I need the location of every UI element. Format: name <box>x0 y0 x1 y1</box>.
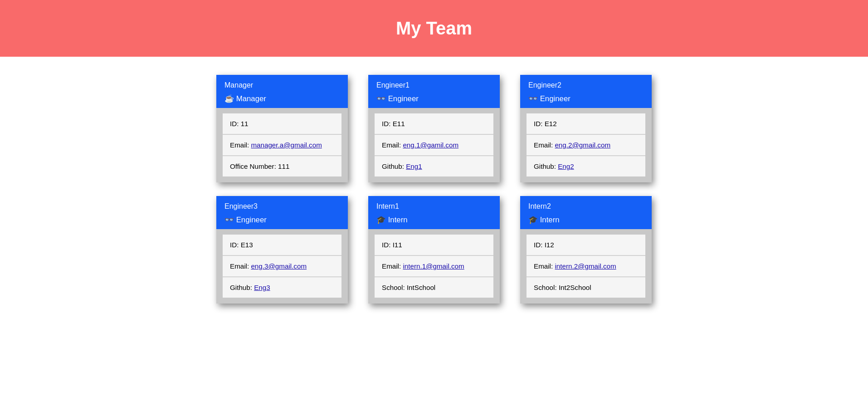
card-field-engineer2-0: ID: E12 <box>527 113 645 134</box>
card-field-engineer3-0: ID: E13 <box>223 235 341 255</box>
card-field-intern2-0: ID: I12 <box>527 235 645 255</box>
card-field-engineer2-2: Github: Eng2 <box>527 156 645 176</box>
card-field-intern2-2: School: Int2School <box>527 277 645 298</box>
card-engineer3: Engineer3👓 EngineerID: E13Email: eng.3@g… <box>216 196 348 304</box>
card-role-engineer1: 👓 Engineer <box>376 94 492 103</box>
card-name-intern2: Intern2 <box>528 202 644 211</box>
card-body-engineer3: ID: E13Email: eng.3@gmail.comGithub: Eng… <box>216 229 348 304</box>
card-name-engineer1: Engineer1 <box>376 81 492 89</box>
email-link-intern2[interactable]: intern.2@gmail.com <box>555 262 616 270</box>
email-link-engineer3[interactable]: eng.3@gmail.com <box>251 262 307 270</box>
email-link-manager[interactable]: manager.a@gmail.com <box>251 141 322 149</box>
card-field-manager-2: Office Number: 111 <box>223 156 341 176</box>
page-header: My Team <box>0 0 868 57</box>
card-role-intern2: 🎓 Intern <box>528 215 644 225</box>
card-role-intern1: 🎓 Intern <box>376 215 492 225</box>
card-field-engineer1-1: Email: eng.1@gamil.com <box>375 135 493 156</box>
card-body-manager: ID: 11Email: manager.a@gmail.comOffice N… <box>216 108 348 182</box>
card-role-manager: ☕ Manager <box>224 94 340 103</box>
card-manager: Manager☕ ManagerID: 11Email: manager.a@g… <box>216 75 348 182</box>
card-header-intern2: Intern2🎓 Intern <box>520 196 652 229</box>
cards-container: Manager☕ ManagerID: 11Email: manager.a@g… <box>207 75 661 304</box>
card-engineer2: Engineer2👓 EngineerID: E12Email: eng.2@g… <box>520 75 652 182</box>
card-name-manager: Manager <box>224 81 340 89</box>
card-body-engineer1: ID: E11Email: eng.1@gamil.comGithub: Eng… <box>368 108 500 182</box>
page-title: My Team <box>9 18 859 39</box>
card-field-engineer1-0: ID: E11 <box>375 113 493 134</box>
card-body-intern1: ID: I11Email: intern.1@gmail.comSchool: … <box>368 229 500 304</box>
card-body-intern2: ID: I12Email: intern.2@gmail.comSchool: … <box>520 229 652 304</box>
card-engineer1: Engineer1👓 EngineerID: E11Email: eng.1@g… <box>368 75 500 182</box>
card-field-intern1-0: ID: I11 <box>375 235 493 255</box>
card-field-manager-1: Email: manager.a@gmail.com <box>223 135 341 156</box>
card-intern1: Intern1🎓 InternID: I11Email: intern.1@gm… <box>368 196 500 304</box>
card-header-manager: Manager☕ Manager <box>216 75 348 108</box>
card-role-engineer3: 👓 Engineer <box>224 215 340 225</box>
card-field-engineer2-1: Email: eng.2@gmail.com <box>527 135 645 156</box>
github-link-engineer2[interactable]: Eng2 <box>558 162 574 170</box>
card-field-engineer1-2: Github: Eng1 <box>375 156 493 176</box>
email-link-engineer1[interactable]: eng.1@gamil.com <box>403 141 458 149</box>
card-field-manager-0: ID: 11 <box>223 113 341 134</box>
card-field-intern1-2: School: IntSchool <box>375 277 493 298</box>
card-field-intern1-1: Email: intern.1@gmail.com <box>375 256 493 277</box>
email-link-engineer2[interactable]: eng.2@gmail.com <box>555 141 610 149</box>
email-link-intern1[interactable]: intern.1@gmail.com <box>403 262 464 270</box>
card-field-engineer3-1: Email: eng.3@gmail.com <box>223 256 341 277</box>
card-name-engineer2: Engineer2 <box>528 81 644 89</box>
card-name-engineer3: Engineer3 <box>224 202 340 211</box>
card-header-engineer2: Engineer2👓 Engineer <box>520 75 652 108</box>
card-field-engineer3-2: Github: Eng3 <box>223 277 341 298</box>
card-role-engineer2: 👓 Engineer <box>528 94 644 103</box>
card-header-engineer3: Engineer3👓 Engineer <box>216 196 348 229</box>
github-link-engineer3[interactable]: Eng3 <box>254 284 270 291</box>
card-header-engineer1: Engineer1👓 Engineer <box>368 75 500 108</box>
card-body-engineer2: ID: E12Email: eng.2@gmail.comGithub: Eng… <box>520 108 652 182</box>
card-name-intern1: Intern1 <box>376 202 492 211</box>
card-field-intern2-1: Email: intern.2@gmail.com <box>527 256 645 277</box>
github-link-engineer1[interactable]: Eng1 <box>406 162 422 170</box>
card-intern2: Intern2🎓 InternID: I12Email: intern.2@gm… <box>520 196 652 304</box>
card-header-intern1: Intern1🎓 Intern <box>368 196 500 229</box>
